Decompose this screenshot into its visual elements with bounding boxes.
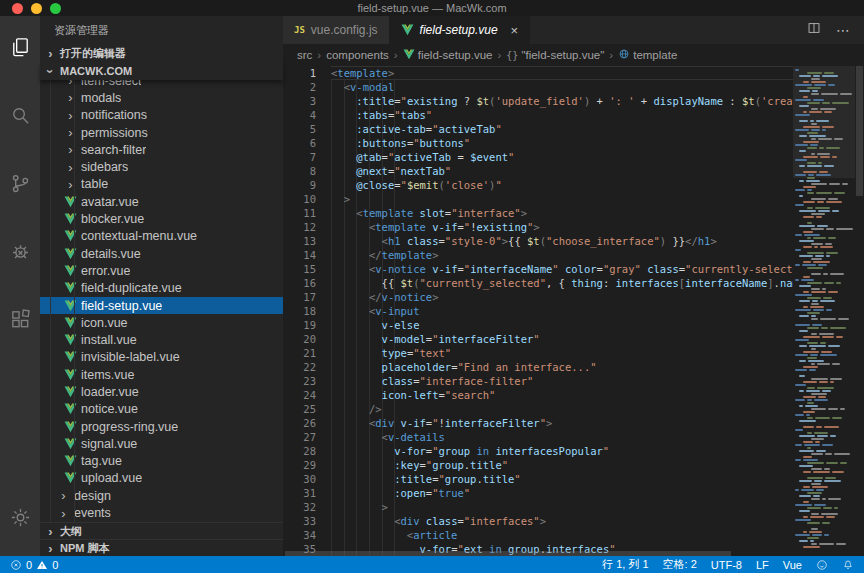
breadcrumb-item-template[interactable]: template (618, 48, 677, 62)
code-line[interactable]: icon-left="search" (331, 388, 793, 402)
tree-item-item-select[interactable]: item-select (40, 80, 283, 89)
tree-item-invisible-label-vue[interactable]: invisible-label.vue (40, 349, 283, 366)
tree-item-signal-vue[interactable]: signal.vue (40, 435, 283, 452)
code-line[interactable]: placeholder="Find an interface..." (331, 360, 793, 374)
language-mode[interactable]: Vue (783, 559, 802, 571)
notifications-bell-icon[interactable] (842, 559, 854, 571)
code-line[interactable]: <div v-if="!interfaceFilter"> (331, 416, 793, 430)
tree-item-loader-vue[interactable]: loader.vue (40, 383, 283, 400)
close-window-button[interactable] (12, 3, 23, 14)
source-control-tab-button[interactable] (0, 160, 40, 206)
code-line[interactable]: :active-tab="activeTab" (331, 122, 793, 136)
tree-item-search-filter[interactable]: search-filter (40, 141, 283, 158)
code-line[interactable]: <template> (331, 66, 793, 80)
code-line[interactable]: :title="existing ? $t('update_field') + … (331, 94, 793, 108)
workspace-root-section[interactable]: MACWK.COM (40, 62, 283, 80)
indentation-setting[interactable]: 空格: 2 (663, 557, 697, 572)
line-number: 10 (303, 192, 316, 206)
tree-item-install-vue[interactable]: install.vue (40, 331, 283, 348)
code-line[interactable]: <v-notice v-if="interfaceName" color="gr… (331, 262, 793, 276)
code-line[interactable]: <v-details (331, 430, 793, 444)
outline-section[interactable]: 大纲 (40, 522, 283, 539)
tree-item-error-vue[interactable]: error.vue (40, 262, 283, 279)
feedback-smiley-icon[interactable] (816, 559, 828, 571)
code-line[interactable]: <template slot="interface"> (331, 206, 793, 220)
tree-item-blocker-vue[interactable]: blocker.vue (40, 210, 283, 227)
code-line[interactable]: v-model="interfaceFilter" (331, 332, 793, 346)
vertical-scrollbar-thumb[interactable] (856, 66, 863, 196)
tree-item-details-vue[interactable]: details.vue (40, 245, 283, 262)
tree-item-events[interactable]: events (40, 504, 283, 521)
tree-item-design[interactable]: design (40, 487, 283, 504)
breadcrumb-item-components[interactable]: components (326, 49, 389, 61)
breadcrumb-item-file[interactable]: field-setup.vue (403, 49, 493, 62)
horizontal-scrollbar[interactable] (285, 551, 792, 556)
code-line[interactable]: @next="nextTab" (331, 164, 793, 178)
tree-item-contextual-menu-vue[interactable]: contextual-menu.vue (40, 228, 283, 245)
code-line[interactable]: :tabs="tabs" (331, 108, 793, 122)
breadcrumb-item-src[interactable]: src (297, 49, 312, 61)
code-line[interactable]: v-else (331, 318, 793, 332)
tab-field-setup-vue[interactable]: field-setup.vue × (390, 16, 531, 44)
tree-item-notice-vue[interactable]: notice.vue (40, 401, 283, 418)
code-line[interactable]: <v-input (331, 304, 793, 318)
tree-item-field-duplicate-vue[interactable]: field-duplicate.vue (40, 280, 283, 297)
code-line[interactable]: {{ $t("currently_selected", { thing: int… (331, 276, 793, 290)
encoding[interactable]: UTF-8 (711, 559, 742, 571)
tree-item-items-vue[interactable]: items.vue (40, 366, 283, 383)
code-line[interactable]: :buttons="buttons" (331, 136, 793, 150)
extensions-tab-button[interactable] (0, 296, 40, 342)
tree-item-icon-vue[interactable]: icon.vue (40, 314, 283, 331)
code-line[interactable]: <v-modal (331, 80, 793, 94)
code-line[interactable]: v-for="group in interfacesPopular" (331, 444, 793, 458)
minimap-slider[interactable] (793, 66, 855, 178)
code-line[interactable]: /> (331, 402, 793, 416)
tree-item-notifications[interactable]: notifications (40, 107, 283, 124)
zoom-window-button[interactable] (50, 3, 61, 14)
code-line[interactable]: <article (331, 528, 793, 542)
code-line[interactable]: > (331, 500, 793, 514)
eol-setting[interactable]: LF (756, 559, 769, 571)
code-line[interactable]: @close="$emit('close')" (331, 178, 793, 192)
tree-item-modals[interactable]: modals (40, 89, 283, 106)
horizontal-scrollbar-thumb[interactable] (285, 551, 731, 556)
tab-vue-config-js[interactable]: JS vue.config.js (283, 16, 390, 44)
search-tab-button[interactable] (0, 92, 40, 138)
code-line[interactable]: :key="group.title" (331, 458, 793, 472)
code-line[interactable]: > (331, 192, 793, 206)
tree-item-upload-vue[interactable]: upload.vue (40, 470, 283, 487)
tree-item-tag-vue[interactable]: tag.vue (40, 453, 283, 470)
settings-gear-button[interactable] (0, 494, 40, 540)
code-line[interactable]: :open="true" (331, 486, 793, 500)
open-editors-section[interactable]: 打开的编辑器 (40, 44, 283, 62)
code-line[interactable]: class="interface-filter" (331, 374, 793, 388)
code-line[interactable]: :title="group.title" (331, 472, 793, 486)
code-line[interactable]: @tab="activeTab = $event" (331, 150, 793, 164)
code-line[interactable]: </v-notice> (331, 290, 793, 304)
code-editor[interactable]: 1234567891011121314151617181920212223242… (283, 66, 864, 556)
tree-item-permissions[interactable]: permissions (40, 124, 283, 141)
code-line[interactable]: type="text" (331, 346, 793, 360)
npm-scripts-section[interactable]: NPM 脚本 (40, 539, 283, 556)
tree-item-field-setup-vue[interactable]: field-setup.vue (40, 297, 283, 314)
debug-tab-button[interactable] (0, 228, 40, 274)
more-actions-icon[interactable]: ⋯ (836, 22, 851, 38)
code-line[interactable]: <h1 class="style-0">{{ $t("choose_interf… (331, 234, 793, 248)
minimap[interactable] (793, 66, 855, 556)
code-line[interactable]: </template> (331, 248, 793, 262)
minimize-window-button[interactable] (31, 3, 42, 14)
code-line[interactable]: <template v-if="!existing"> (331, 220, 793, 234)
problems-indicator[interactable]: 0 0 (10, 559, 58, 571)
tree-item-avatar-vue[interactable]: avatar.vue (40, 193, 283, 210)
breadcrumb-item-document[interactable]: {} "field-setup.vue" (506, 49, 604, 61)
code-line[interactable]: <div class="interfaces"> (331, 514, 793, 528)
explorer-tab-button[interactable] (0, 24, 40, 70)
vertical-scrollbar[interactable] (855, 66, 864, 556)
git-branch-icon (9, 172, 32, 195)
cursor-position[interactable]: 行 1, 列 1 (602, 557, 648, 572)
tree-item-sidebars[interactable]: sidebars (40, 158, 283, 175)
tree-item-table[interactable]: table (40, 176, 283, 193)
tree-item-progress-ring-vue[interactable]: progress-ring.vue (40, 418, 283, 435)
close-tab-icon[interactable]: × (511, 24, 519, 37)
split-editor-icon[interactable] (807, 21, 821, 39)
